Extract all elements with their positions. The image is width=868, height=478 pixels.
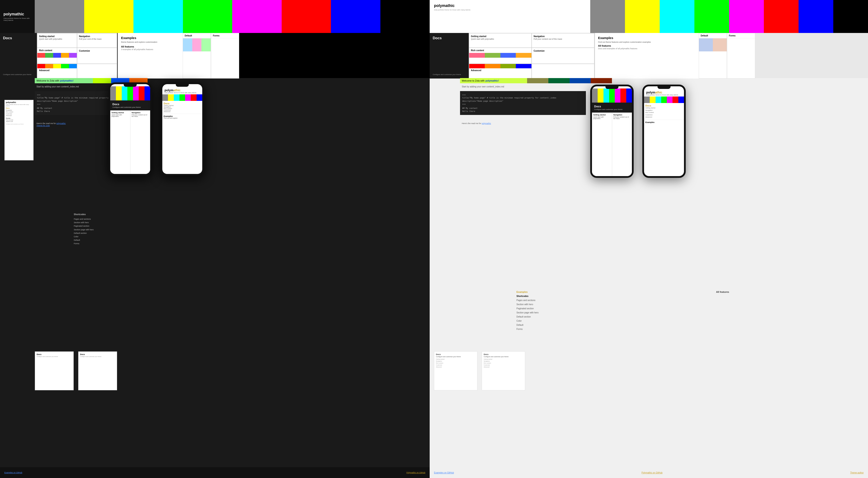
tl-forms-label: Forms	[211, 33, 239, 38]
phone-br-r-doc: Docs Getting startedNavigationRich conte…	[644, 103, 684, 120]
bl-doc-screenshot: polymathic Zola portfolio theme for thos…	[4, 100, 34, 160]
doc-ss-example-body: Find out andexplore cust	[6, 119, 32, 123]
phone-br-left-notch	[606, 86, 618, 89]
br-doc-ss2-title: Docs	[484, 353, 523, 355]
tr-forms-label: Forms	[727, 33, 755, 38]
tr-nav-customize[interactable]: Customize	[532, 48, 594, 63]
tr-all-features-desc: Docs and examples of all polymathic feat…	[598, 47, 696, 50]
tl-examples-title: Examples	[121, 36, 180, 40]
shortcodes-item-7: Default	[74, 238, 94, 242]
tr-nav-rich-bars	[469, 53, 531, 58]
bl-examples-github[interactable]: Examples on GitHub	[4, 472, 22, 474]
shortcodes-item-6: Color	[74, 235, 94, 238]
nav-card-extra	[77, 64, 117, 78]
tr-nav-navigation[interactable]: Navigation Pull your content out of the …	[532, 33, 594, 47]
br-af-title: All features	[716, 291, 729, 293]
shortcodes-item-1: Pages and sections	[74, 217, 94, 221]
nav-card-rich-content[interactable]: Rich content	[37, 48, 77, 63]
phone-br-left-screen: Docs Configure and customize your theme …	[592, 86, 632, 176]
br-theme-author[interactable]: Theme author	[850, 472, 864, 474]
tl-examples-allfeatures[interactable]: All features	[121, 45, 180, 48]
tr-nav-gs-title: Getting started	[471, 35, 530, 37]
phone-bl-r-doc-title: Docs	[164, 102, 201, 105]
tr-examples-panel: Examples Find out theme features and exp…	[595, 33, 699, 78]
bl-readme-text: Here's the read me for polymathic Theme …	[35, 122, 67, 128]
tr-nav-getting-started[interactable]: Getting started Quick start with polymat…	[469, 33, 531, 47]
phone-br-r-header: polymathic Zola portfolio theme for thos…	[644, 89, 684, 97]
tl-sidebar-title: Docs	[3, 36, 34, 40]
phone-bl-r-logo: polymathic	[164, 89, 200, 92]
nav-card-navigation-body: Pull your cont of the maze	[79, 38, 115, 40]
tr-examples-subtitle: Find out theme features and explore cust…	[598, 41, 696, 43]
tl-logo-area: polymathic Zola portfolio theme for thos…	[0, 0, 35, 33]
br-doc-screenshot-2: Docs Configure and customize your theme …	[482, 351, 525, 390]
tr-nav-empty	[532, 64, 594, 78]
br-welcome-text: Welcome to Zola with polymathic!	[460, 78, 527, 83]
tr-nav-gs-body: Quick start with polymathic	[471, 38, 530, 40]
phone-bl-left-screen: Docs Configure and customize your theme …	[110, 84, 150, 174]
nav-card-customize-title: Customize	[79, 50, 115, 52]
tr-logo-tagline: Zola portfolio theme for those with many…	[434, 9, 477, 11]
tr-default-swatch	[699, 38, 727, 52]
br-polymathic-github[interactable]: Polymathic on GitHub	[642, 472, 662, 474]
phone-bl-right-notch	[176, 84, 189, 87]
br-start-text: Start by adding your own content/_index.…	[460, 85, 506, 89]
phone-bl-right-screen: polymathic Zola portfolio theme for thos…	[162, 84, 202, 174]
nav-card-advanced[interactable]: Advanced	[37, 64, 77, 78]
phone-br-right-screen: polymathic Zola portfolio theme for thos…	[644, 86, 684, 176]
bl-doc-ss2-title: Docs	[37, 353, 72, 355]
phone-br-r-doc-title: Docs	[645, 104, 683, 107]
tr-nav-advanced[interactable]: Advanced	[469, 64, 531, 78]
phone-bl-r-ex-title: Examples	[164, 115, 201, 117]
br-welcome-banner: Welcome to Zola with polymathic!	[460, 78, 612, 83]
bl-doc-ss3-title: Docs	[80, 353, 115, 355]
br-shortcodes-title: Shortcodes	[517, 295, 625, 297]
tr-default-box: Default	[699, 33, 727, 78]
br-examples-github[interactable]: Examples on GitHub	[434, 472, 454, 474]
br-sc-items: Pages and sections Section with hero Pag…	[517, 298, 625, 331]
nav-card-advanced-bars	[37, 64, 77, 68]
phone-br-l-card-title: Docs	[594, 105, 630, 108]
tl-forms-box: Forms	[211, 33, 239, 78]
phone-br-r-bars	[644, 97, 684, 103]
phone-bl-l-card: Docs Configure and customize your theme	[110, 100, 150, 110]
br-doc-ss2-config: Configure and customize your theme	[484, 356, 523, 357]
tr-nav-rich[interactable]: Rich content	[469, 48, 531, 63]
bl-bottom-strip: Examples on GitHub Polymathic on GitHub	[0, 467, 430, 478]
br-doc-ss1-config: Configure and customize your theme	[436, 356, 475, 357]
tl-default-label: Default	[183, 33, 211, 38]
nav-card-navigation[interactable]: Navigation Pull your cont of the maze	[77, 33, 117, 47]
phone-br-l-nav-nav: Navigation Pull your content out of the …	[612, 113, 632, 176]
bl-doc-screenshot-3: Docs Configure and customize your theme	[78, 351, 117, 390]
rich-content-bars	[37, 53, 77, 58]
tr-nav-adv-bars	[469, 64, 531, 68]
nav-card-customize[interactable]: Customize	[77, 48, 117, 63]
tr-colorbars	[590, 0, 868, 33]
tl-examples-allfeatures-desc: 3 examples of all polymathic features	[121, 49, 180, 51]
tr-all-features[interactable]: All features	[598, 44, 696, 47]
phone-bl-l-bars	[110, 86, 150, 100]
phone-br-l-nav: Getting started Quick start with polymat…	[592, 113, 632, 176]
bar-magenta	[232, 0, 282, 33]
tl-sidebar-bottom: Configure and customize your theme	[3, 73, 34, 75]
phone-br-r-tagline: Zola portfolio theme for those with many…	[646, 94, 682, 96]
bl-polymathic-github[interactable]: Polymathic on GitHub	[406, 472, 425, 474]
tl-sidebar-panel: Docs Configure and customize your theme	[0, 33, 37, 78]
phone-br-l-nav-gs: Getting started Quick start with polymat…	[592, 113, 612, 176]
phone-br-r-examples: Examples	[644, 120, 684, 176]
phone-bl-r-bars	[162, 94, 202, 101]
tr-nav-cust-title: Customize	[534, 50, 592, 52]
bar-yellow	[84, 0, 134, 33]
doc-ss-docs: Docs	[6, 107, 32, 109]
phone-bl-l-nav: Getting started Quick start with polymat…	[110, 110, 150, 174]
nav-card-getting-started[interactable]: Getting started Quick start with polymat…	[37, 33, 77, 47]
phone-br-l-bars	[592, 89, 632, 103]
bl-doc-screenshot-2: Docs Configure and customize your theme	[35, 351, 74, 390]
tl-default-box: Default	[183, 33, 211, 78]
tr-nav-nav-body: Pull your content out of the maze	[534, 38, 592, 40]
welcome-text-left: Welcome to Zola with polymathic!	[35, 78, 93, 83]
doc-ss-logo: polymathic	[6, 101, 32, 103]
tr-sidebar-bottom: Configure and customize your theme	[433, 73, 466, 75]
phone-bl-r-tagline: Zola portfolio theme for those with many…	[164, 92, 200, 93]
shortcodes-item-2: Section with hero	[74, 221, 94, 224]
